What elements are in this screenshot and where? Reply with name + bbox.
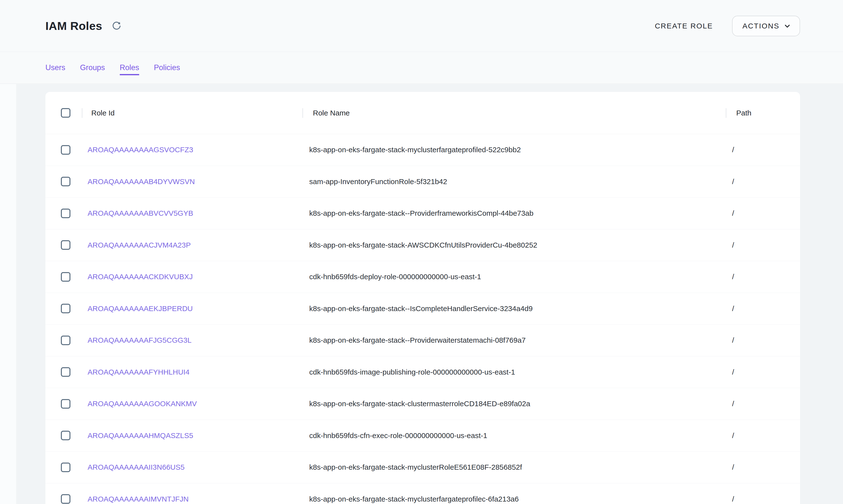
- role-id-link[interactable]: AROAQAAAAAAAB4DYVWSVN: [88, 178, 195, 185]
- path-cell: /: [726, 241, 800, 249]
- table-row: AROAQAAAAAAAEKJBPERDU k8s-app-on-eks-far…: [46, 293, 800, 325]
- row-checkbox[interactable]: [61, 494, 70, 504]
- role-name-cell: k8s-app-on-eks-fargate-stack--Providerwa…: [303, 336, 726, 344]
- path-cell: /: [726, 304, 800, 313]
- row-checkbox[interactable]: [61, 177, 70, 186]
- tab-policies[interactable]: Policies: [154, 63, 180, 75]
- role-id-link[interactable]: AROAQAAAAAAAIMVNTJFJN: [88, 495, 189, 503]
- chevron-down-icon: [784, 22, 791, 30]
- role-name-cell: cdk-hnb659fds-image-publishing-role-0000…: [303, 368, 726, 376]
- column-header-role-name[interactable]: Role Name: [303, 109, 726, 117]
- row-checkbox[interactable]: [61, 463, 70, 472]
- role-id-link[interactable]: AROAQAAAAAAAFYHHLHUI4: [88, 368, 189, 376]
- create-role-button[interactable]: CREATE ROLE: [655, 22, 713, 30]
- role-id-link[interactable]: AROAQAAAAAAAII3N66US5: [88, 463, 185, 471]
- table-row: AROAQAAAAAAABVCVV5GYB k8s-app-on-eks-far…: [46, 198, 800, 230]
- path-cell: /: [726, 495, 800, 503]
- column-divider: [82, 108, 83, 118]
- table-row: AROAQAAAAAAAAGSVOCFZ3 k8s-app-on-eks-far…: [46, 134, 800, 166]
- column-divider: [726, 108, 726, 118]
- row-checkbox[interactable]: [61, 399, 70, 409]
- row-checkbox[interactable]: [61, 304, 70, 313]
- row-checkbox[interactable]: [61, 431, 70, 440]
- role-id-link[interactable]: AROAQAAAAAAAAGSVOCFZ3: [88, 146, 193, 154]
- row-checkbox[interactable]: [61, 272, 70, 282]
- table-row: AROAQAAAAAAAFJG5CGG3L k8s-app-on-eks-far…: [46, 325, 800, 356]
- path-cell: /: [726, 146, 800, 154]
- table-row: AROAQAAAAAAAHMQASZLS5 cdk-hnb659fds-cfn-…: [46, 420, 800, 452]
- role-id-link[interactable]: AROAQAAAAAAAEKJBPERDU: [88, 304, 193, 312]
- tab-users[interactable]: Users: [46, 63, 65, 75]
- path-cell: /: [726, 209, 800, 217]
- table-row: AROAQAAAAAAAGOOKANKMV k8s-app-on-eks-far…: [46, 388, 800, 420]
- path-cell: /: [726, 273, 800, 281]
- top-bar: IAM Roles CREATE ROLE ACTIONS: [0, 0, 843, 52]
- table-header-row: Role Id Role Name Path: [46, 92, 800, 134]
- role-id-link[interactable]: AROAQAAAAAAACKDKVUBXJ: [88, 273, 193, 281]
- tab-roles[interactable]: Roles: [120, 63, 139, 75]
- row-checkbox[interactable]: [61, 209, 70, 218]
- role-name-cell: k8s-app-on-eks-fargate-stack-myclusterRo…: [303, 463, 726, 471]
- column-header-path[interactable]: Path: [726, 109, 800, 117]
- role-name-cell: k8s-app-on-eks-fargate-stack--Providerfr…: [303, 209, 726, 217]
- role-name-cell: sam-app-InventoryFunctionRole-5f321b42: [303, 178, 726, 186]
- refresh-button[interactable]: [111, 20, 122, 32]
- role-name-cell: cdk-hnb659fds-cfn-exec-role-000000000000…: [303, 431, 726, 440]
- path-cell: /: [726, 431, 800, 440]
- row-checkbox[interactable]: [61, 336, 70, 345]
- table-row: AROAQAAAAAAAFYHHLHUI4 cdk-hnb659fds-imag…: [46, 356, 800, 388]
- role-id-link[interactable]: AROAQAAAAAAACJVM4A23P: [88, 241, 191, 249]
- iam-tab-bar: Users Groups Roles Policies: [0, 52, 843, 84]
- row-checkbox[interactable]: [61, 240, 70, 250]
- select-all-checkbox[interactable]: [61, 108, 70, 118]
- role-id-link[interactable]: AROAQAAAAAAAGOOKANKMV: [88, 400, 197, 408]
- table-row: AROAQAAAAAAAIMVNTJFJN k8s-app-on-eks-far…: [46, 483, 800, 504]
- page-title: IAM Roles: [46, 19, 102, 33]
- role-id-link[interactable]: AROAQAAAAAAAHMQASZLS5: [88, 431, 193, 439]
- table-row: AROAQAAAAAAACJVM4A23P k8s-app-on-eks-far…: [46, 230, 800, 261]
- roles-table-card: Role Id Role Name Path AROAQAAAAAAAAGSVO…: [46, 92, 800, 504]
- tab-groups[interactable]: Groups: [80, 63, 105, 75]
- path-cell: /: [726, 368, 800, 376]
- role-name-cell: k8s-app-on-eks-fargate-stack--IsComplete…: [303, 304, 726, 313]
- row-checkbox[interactable]: [61, 367, 70, 377]
- role-id-link[interactable]: AROAQAAAAAAAFJG5CGG3L: [88, 336, 191, 344]
- path-cell: /: [726, 400, 800, 408]
- table-body: AROAQAAAAAAAAGSVOCFZ3 k8s-app-on-eks-far…: [46, 134, 800, 504]
- column-header-role-id[interactable]: Role Id: [82, 109, 303, 117]
- column-divider: [302, 108, 303, 118]
- row-checkbox[interactable]: [61, 145, 70, 155]
- table-row: AROAQAAAAAAACKDKVUBXJ cdk-hnb659fds-depl…: [46, 261, 800, 293]
- refresh-icon: [111, 21, 122, 31]
- actions-button[interactable]: ACTIONS: [732, 16, 800, 36]
- path-cell: /: [726, 336, 800, 344]
- role-name-cell: cdk-hnb659fds-deploy-role-000000000000-u…: [303, 273, 726, 281]
- role-name-cell: k8s-app-on-eks-fargate-stack-clustermast…: [303, 400, 726, 408]
- path-cell: /: [726, 178, 800, 186]
- table-row: AROAQAAAAAAAB4DYVWSVN sam-app-InventoryF…: [46, 166, 800, 198]
- table-row: AROAQAAAAAAAII3N66US5 k8s-app-on-eks-far…: [46, 452, 800, 483]
- role-id-link[interactable]: AROAQAAAAAAABVCVV5GYB: [88, 209, 193, 217]
- actions-button-label: ACTIONS: [742, 22, 779, 30]
- role-name-cell: k8s-app-on-eks-fargate-stack-AWSCDKCfnUt…: [303, 241, 726, 249]
- path-cell: /: [726, 463, 800, 471]
- role-name-cell: k8s-app-on-eks-fargate-stack-myclusterfa…: [303, 495, 726, 503]
- role-name-cell: k8s-app-on-eks-fargate-stack-myclusterfa…: [303, 146, 726, 154]
